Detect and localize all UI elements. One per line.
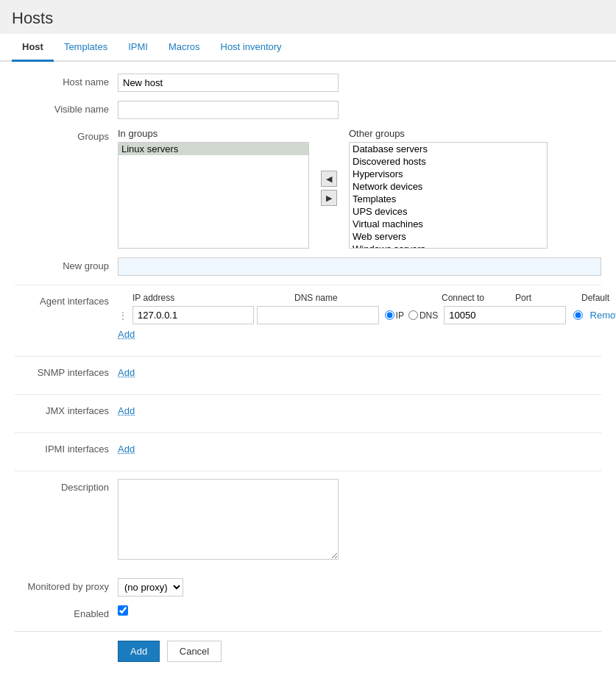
move-left-button[interactable]: ◀ — [321, 171, 337, 187]
agent-add-link[interactable]: Add — [118, 329, 135, 340]
proxy-row: Monitored by proxy (no proxy) — [15, 578, 601, 597]
new-group-row: New group — [15, 257, 601, 276]
arrow-buttons: ◀ ▶ — [321, 171, 337, 206]
snmp-label: SNMP interfaces — [15, 364, 118, 378]
description-control — [118, 479, 601, 562]
page-title: Hosts — [12, 9, 604, 28]
default-radio[interactable] — [573, 310, 583, 320]
ipmi-add-link[interactable]: Add — [118, 444, 135, 455]
tab-host-inventory[interactable]: Host inventory — [210, 34, 292, 62]
move-right-button[interactable]: ▶ — [321, 190, 337, 206]
other-groups-select[interactable]: Database serversDiscovered hostsHypervis… — [350, 143, 547, 248]
description-textarea[interactable] — [118, 479, 339, 560]
tab-macros[interactable]: Macros — [158, 34, 210, 62]
radio-ip-label: IP — [396, 310, 404, 321]
tab-ipmi[interactable]: IPMI — [118, 34, 158, 62]
radio-dns-label: DNS — [419, 310, 438, 321]
in-groups-label: In groups — [118, 128, 309, 139]
other-groups-wrap: Database serversDiscovered hostsHypervis… — [349, 142, 548, 249]
agent-interfaces-label: Agent interfaces — [15, 293, 118, 307]
agent-interfaces-row: Agent interfaces IP address DNS name Con… — [15, 285, 601, 347]
in-groups-wrap: Linux servers — [118, 142, 309, 249]
tab-host[interactable]: Host — [12, 34, 54, 62]
new-group-input[interactable] — [118, 257, 601, 276]
interface-header: IP address DNS name Connect to Port Defa… — [118, 293, 616, 303]
add-button[interactable]: Add — [118, 641, 160, 662]
groups-row: Groups In groups Linux servers — [15, 128, 601, 249]
description-label: Description — [15, 479, 118, 493]
other-groups-label: Other groups — [349, 128, 548, 139]
dns-input[interactable] — [257, 306, 378, 324]
visible-name-label: Visible name — [15, 101, 118, 115]
jmx-interfaces-row: JMX interfaces Add — [15, 394, 601, 424]
hostname-label: Host name — [15, 74, 118, 88]
ipmi-label: IPMI interfaces — [15, 441, 118, 455]
visible-name-control — [118, 101, 601, 119]
other-groups-box: Other groups Database serversDiscovered … — [349, 128, 548, 249]
ip-input[interactable] — [132, 306, 254, 324]
snmp-control: Add — [118, 364, 601, 378]
hostname-input[interactable] — [118, 74, 339, 92]
proxy-select[interactable]: (no proxy) — [118, 578, 183, 597]
radio-dns[interactable] — [408, 310, 418, 320]
remove-link[interactable]: Remove — [590, 310, 616, 321]
in-groups-list[interactable]: Linux servers — [118, 142, 309, 249]
default-radio-wrap — [573, 310, 583, 320]
proxy-label: Monitored by proxy — [15, 578, 118, 592]
drag-handle-icon[interactable]: ⋮ — [118, 310, 130, 321]
enabled-label: Enabled — [15, 605, 118, 619]
enabled-checkbox[interactable] — [118, 605, 128, 616]
buttons-row: Add Cancel — [15, 631, 601, 662]
proxy-control: (no proxy) — [118, 578, 601, 597]
col-dns-header: DNS name — [294, 293, 442, 303]
agent-interfaces-control: IP address DNS name Connect to Port Defa… — [118, 293, 616, 340]
jmx-label: JMX interfaces — [15, 402, 118, 416]
description-row: Description — [15, 471, 601, 569]
hostname-control — [118, 74, 601, 92]
enabled-row: Enabled — [15, 605, 601, 619]
jmx-add-link[interactable]: Add — [118, 405, 135, 416]
in-groups-box: In groups Linux servers — [118, 128, 309, 249]
ipmi-interfaces-row: IPMI interfaces Add — [15, 432, 601, 462]
enabled-control — [118, 605, 601, 618]
snmp-add-link[interactable]: Add — [118, 367, 135, 378]
col-default-header: Default — [581, 293, 616, 303]
snmp-interfaces-row: SNMP interfaces Add — [15, 356, 601, 385]
groups-control: In groups Linux servers ◀ ▶ — [118, 128, 601, 249]
agent-interface-row: ⋮ IP DNS Remove — [118, 306, 616, 324]
groups-label: Groups — [15, 128, 118, 142]
new-group-control — [118, 257, 601, 276]
radio-ip[interactable] — [385, 310, 394, 320]
col-connect-header: Connect to — [442, 293, 515, 303]
tabs-bar: Host Templates IPMI Macros Host inventor… — [0, 34, 616, 62]
other-groups-list[interactable]: Database serversDiscovered hostsHypervis… — [349, 142, 548, 249]
new-group-label: New group — [15, 257, 118, 271]
visible-name-input[interactable] — [118, 101, 339, 119]
col-ip-header: IP address — [132, 293, 294, 303]
connect-to-group: IP DNS — [385, 310, 439, 321]
cancel-button[interactable]: Cancel — [167, 641, 222, 662]
hostname-row: Host name — [15, 74, 601, 92]
in-groups-select[interactable]: Linux servers — [118, 143, 308, 248]
jmx-control: Add — [118, 402, 601, 416]
col-port-header: Port — [515, 293, 581, 303]
tab-templates[interactable]: Templates — [54, 34, 118, 62]
visible-name-row: Visible name — [15, 101, 601, 119]
ipmi-control: Add — [118, 441, 601, 455]
port-input[interactable] — [444, 306, 565, 324]
